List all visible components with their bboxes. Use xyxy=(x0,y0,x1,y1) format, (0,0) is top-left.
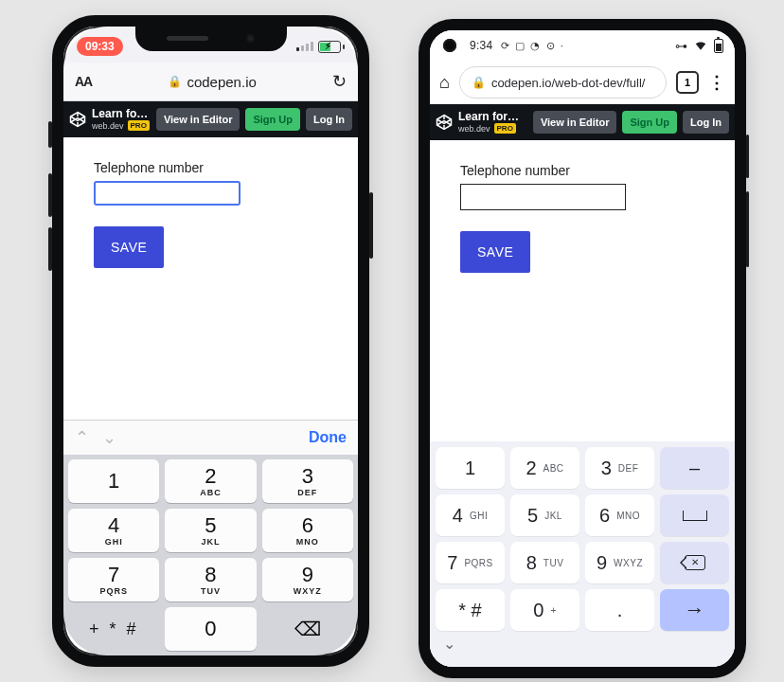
android-number-pad: 12ABC3DEF–4GHI5JKL6MNO7PQRS8TUV9WXYZ✕* #… xyxy=(430,441,735,633)
page-content: Telephone number SAVE xyxy=(63,137,358,420)
safari-toolbar: AA 🔒 codepen.io ↻ xyxy=(63,63,358,101)
telephone-label: Telephone number xyxy=(460,163,570,178)
codepen-header: Learn forms – virt… web.dev PRO View in … xyxy=(430,104,735,140)
keypad-key-5[interactable]: 5JKL xyxy=(510,494,579,536)
codepen-header: Learn forms – virt… web.dev PRO View in … xyxy=(63,101,358,137)
ios-number-pad: 1 2ABC 3DEF 4GHI 5JKL 6MNO 7PQRS 8TUV 9W… xyxy=(63,455,358,655)
telephone-input[interactable] xyxy=(94,181,241,206)
ios-keyboard-accessory: ⌃ ⌄ Done xyxy=(63,420,358,455)
keypad-key-9[interactable]: 9WXYZ xyxy=(262,558,353,601)
iphone-volume-down xyxy=(48,227,52,271)
iphone-volume-up xyxy=(48,173,52,217)
pro-badge: PRO xyxy=(128,120,150,131)
login-button[interactable]: Log In xyxy=(306,108,352,131)
keypad-key-[interactable]: . xyxy=(585,589,654,631)
keypad-key-symbols[interactable]: + * # xyxy=(68,607,159,651)
keypad-key-[interactable]: * # xyxy=(436,589,505,631)
backspace-icon: ⌫ xyxy=(294,618,321,640)
chrome-more-icon[interactable]: ⋮ xyxy=(708,72,725,93)
save-button[interactable]: SAVE xyxy=(94,226,164,268)
next-field-arrow-icon[interactable]: ⌄ xyxy=(102,427,116,448)
reload-icon[interactable]: ↻ xyxy=(332,71,347,92)
login-button[interactable]: Log In xyxy=(683,111,729,134)
iphone-side-button xyxy=(369,192,373,259)
cellular-signal-icon xyxy=(296,42,313,51)
keypad-key-backspace[interactable]: ⌫ xyxy=(262,607,353,651)
battery-icon xyxy=(714,39,723,53)
lock-icon: 🔒 xyxy=(168,75,182,88)
keypad-key-1[interactable]: 1 xyxy=(68,459,159,503)
keypad-key-5[interactable]: 5JKL xyxy=(165,509,256,552)
android-status-bar: 9:34 ⟳ ▢ ◔ ⊙ · ⊶ xyxy=(430,30,735,61)
sync-icon: ⟳ xyxy=(501,40,509,52)
pixel-punch-hole-camera-icon xyxy=(443,39,456,52)
codepen-author[interactable]: web.dev xyxy=(458,124,490,134)
telephone-input[interactable] xyxy=(460,184,626,210)
view-in-editor-button[interactable]: View in Editor xyxy=(156,108,241,131)
signup-button[interactable]: Sign Up xyxy=(245,108,300,131)
keypad-key-4[interactable]: 4GHI xyxy=(68,509,159,552)
keypad-key-0[interactable]: 0+ xyxy=(510,589,579,631)
keypad-key-8[interactable]: 8TUV xyxy=(510,542,579,583)
codepen-logo-icon xyxy=(436,114,453,131)
collapse-keyboard-icon[interactable]: ⌄ xyxy=(443,635,455,653)
safari-address[interactable]: 🔒 codepen.io xyxy=(168,74,256,90)
codepen-title[interactable]: Learn forms – virt… xyxy=(458,111,527,124)
clock-icon: ◔ xyxy=(530,40,540,52)
codepen-title[interactable]: Learn forms – virt… xyxy=(92,108,151,121)
tabs-count-button[interactable]: 1 xyxy=(676,71,699,94)
keypad-key-backspace[interactable]: ✕ xyxy=(660,542,729,583)
battery-icon: ⚡︎ xyxy=(318,41,345,53)
iphone-speaker xyxy=(167,36,208,41)
save-button[interactable]: SAVE xyxy=(460,231,530,273)
pixel-device-frame: 9:34 ⟳ ▢ ◔ ⊙ · ⊶ ⌂ xyxy=(419,19,746,678)
lock-icon: 🔒 xyxy=(472,76,486,89)
keypad-key-0[interactable]: 0 xyxy=(165,607,256,651)
location-icon: ⊙ xyxy=(546,40,555,52)
signup-button[interactable]: Sign Up xyxy=(622,111,677,134)
home-icon[interactable]: ⌂ xyxy=(439,73,450,93)
view-in-editor-button[interactable]: View in Editor xyxy=(533,111,617,134)
keypad-key-8[interactable]: 8TUV xyxy=(165,558,256,601)
keypad-key-1[interactable]: 1 xyxy=(436,447,505,489)
keypad-key-enter[interactable]: → xyxy=(660,589,729,631)
vpn-key-icon: ⊶ xyxy=(675,39,687,53)
reader-text-size-button[interactable]: AA xyxy=(75,74,92,89)
more-notifs-icon: · xyxy=(561,40,563,52)
keypad-key-space[interactable] xyxy=(660,494,729,536)
codepen-logo-icon xyxy=(69,111,86,128)
keypad-key-9[interactable]: 9WXYZ xyxy=(585,542,654,583)
keypad-key-2[interactable]: 2ABC xyxy=(165,459,256,503)
chrome-omnibox-row: ⌂ 🔒 codepen.io/web-dot-dev/full/ 1 ⋮ xyxy=(430,61,735,104)
keypad-key-2[interactable]: 2ABC xyxy=(510,447,579,489)
android-status-notif-icons: ⟳ ▢ ◔ ⊙ · xyxy=(501,40,564,52)
pixel-volume-rocker xyxy=(746,191,749,267)
prev-field-arrow-icon[interactable]: ⌃ xyxy=(75,427,89,448)
pro-badge: PRO xyxy=(494,123,516,134)
keypad-key-dash[interactable]: – xyxy=(660,447,729,489)
safari-domain: codepen.io xyxy=(187,74,256,90)
codepen-author[interactable]: web.dev xyxy=(92,121,124,131)
android-status-time: 9:34 xyxy=(470,39,493,52)
keypad-key-3[interactable]: 3DEF xyxy=(262,459,353,503)
backspace-icon: ✕ xyxy=(685,555,705,570)
iphone-mute-switch xyxy=(48,121,52,148)
keypad-key-4[interactable]: 4GHI xyxy=(436,494,505,536)
iphone-device-frame: 09:33 ⚡︎ AA 🔒 codepen.io ↻ xyxy=(52,15,369,667)
page-content: Telephone number SAVE xyxy=(430,140,735,441)
ios-recording-time-pill[interactable]: 09:33 xyxy=(77,37,123,56)
pixel-power-button xyxy=(746,135,749,178)
chrome-address-pill[interactable]: 🔒 codepen.io/web-dot-dev/full/ xyxy=(459,66,667,99)
keypad-key-6[interactable]: 6MNO xyxy=(585,494,654,536)
keypad-key-6[interactable]: 6MNO xyxy=(262,509,353,552)
keypad-key-7[interactable]: 7PQRS xyxy=(68,558,159,601)
spacebar-icon xyxy=(683,511,707,521)
keyboard-done-button[interactable]: Done xyxy=(309,429,347,446)
iphone-notch xyxy=(135,25,287,51)
keypad-key-7[interactable]: 7PQRS xyxy=(436,542,505,583)
chrome-url: codepen.io/web-dot-dev/full/ xyxy=(491,76,646,90)
telephone-label: Telephone number xyxy=(94,160,204,175)
keypad-key-3[interactable]: 3DEF xyxy=(585,447,654,489)
android-keyboard-footer: ⌄ xyxy=(430,633,735,667)
app-icon: ▢ xyxy=(515,40,525,52)
